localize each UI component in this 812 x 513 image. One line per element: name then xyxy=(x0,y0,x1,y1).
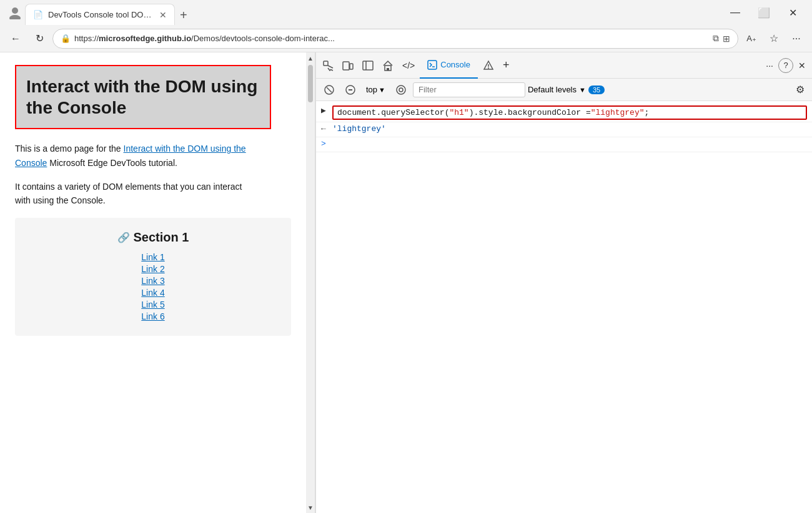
svg-line-13 xyxy=(327,87,332,92)
help-button[interactable]: ? xyxy=(778,58,793,73)
inspect-element-button[interactable] xyxy=(319,56,337,76)
page-scrollbar[interactable]: ▲ ▼ xyxy=(306,52,315,513)
page-paragraph-1: This is a demo page for the Interact wit… xyxy=(15,142,252,170)
close-devtools-button[interactable]: ✕ xyxy=(795,56,810,76)
active-tab[interactable]: 📄 DevTools Console tool DOM inte ✕ xyxy=(25,4,175,25)
p1-after: Microsoft Edge DevTools tutorial. xyxy=(47,158,177,168)
section-link-6[interactable]: Link 6 xyxy=(27,311,279,321)
tab-title: DevTools Console tool DOM inte xyxy=(48,10,152,19)
code-suffix: ; xyxy=(645,108,650,117)
tab-close-button[interactable]: ✕ xyxy=(159,10,167,20)
section-link-4[interactable]: Link 4 xyxy=(27,288,279,298)
svg-point-0 xyxy=(12,7,18,14)
code-arg1: "h1" xyxy=(449,108,468,117)
source-button[interactable]: </> xyxy=(399,56,418,76)
scroll-thumb[interactable] xyxy=(308,65,313,102)
code-arg2: "lightgrey" xyxy=(591,108,645,117)
console-tab[interactable]: Console xyxy=(420,52,478,79)
main-area: Interact with the DOM using the Console … xyxy=(0,52,812,513)
add-tool-button[interactable]: + xyxy=(499,56,513,76)
message-count-badge: 35 xyxy=(588,86,605,94)
nav-right-icons: A₊ ☆ ··· xyxy=(741,28,807,49)
scroll-down-arrow[interactable]: ▼ xyxy=(306,502,315,513)
output-prompt: ← xyxy=(321,124,329,134)
section-1-box: 🔗 Section 1 Link 1 Link 2 Link 3 Link 4 … xyxy=(15,218,291,336)
console-tab-label: Console xyxy=(440,60,470,69)
tab-bar: 📄 DevTools Console tool DOM inte ✕ + xyxy=(25,0,721,25)
home-button[interactable] xyxy=(379,56,397,76)
page-body: Interact with the DOM using the Console … xyxy=(0,52,306,354)
read-aloud-button[interactable]: A₊ xyxy=(741,28,762,49)
svg-rect-8 xyxy=(387,68,389,71)
p1-before: This is a demo page for the xyxy=(15,144,124,154)
address-bar[interactable]: 🔒 https://microsoftedge.github.io/Demos/… xyxy=(52,29,738,49)
code-middle: ).style.backgroundColor = xyxy=(469,108,591,117)
more-button[interactable]: ··· xyxy=(786,28,807,49)
log-levels-dropdown[interactable]: Default levels ▼ xyxy=(528,85,586,94)
devtools-panel: </> Console + ··· ? ✕ xyxy=(315,52,812,513)
profile-icon[interactable] xyxy=(5,2,25,22)
refresh-button[interactable]: ↻ xyxy=(29,28,50,49)
console-empty-prompt: > xyxy=(316,137,812,152)
svg-rect-3 xyxy=(343,62,349,70)
code-prefix: document.querySelector( xyxy=(337,108,449,117)
live-expression-button[interactable] xyxy=(392,82,410,98)
devtools-tab-bar: </> Console + ··· ? ✕ xyxy=(316,52,812,79)
log-levels-arrow: ▼ xyxy=(579,86,586,94)
minimize-button[interactable]: — xyxy=(721,2,750,22)
tab-page-icon: 📄 xyxy=(33,10,43,19)
title-bar: 📄 DevTools Console tool DOM inte ✕ + — ⬜… xyxy=(0,0,812,25)
url-path: /Demos/devtools-console-dom-interac... xyxy=(191,34,335,43)
browser-window: 📄 DevTools Console tool DOM inte ✕ + — ⬜… xyxy=(0,0,812,513)
console-output-line: ← 'lightgrey' xyxy=(316,122,812,137)
section-1-title-text: Section 1 xyxy=(134,230,189,245)
section-link-2[interactable]: Link 2 xyxy=(27,264,279,274)
page-content: Interact with the DOM using the Console … xyxy=(0,52,306,513)
svg-point-1 xyxy=(9,15,21,19)
cancel-icon-button[interactable] xyxy=(341,82,360,98)
back-button[interactable]: ← xyxy=(5,28,26,49)
svg-rect-4 xyxy=(350,64,353,69)
close-window-button[interactable]: ✕ xyxy=(778,2,807,22)
section-link-3[interactable]: Link 3 xyxy=(27,276,279,286)
context-dropdown-icon: ▼ xyxy=(379,86,385,94)
grid-icon[interactable]: ⊞ xyxy=(723,34,730,44)
console-result: 'lightgrey' xyxy=(332,124,386,134)
svg-point-11 xyxy=(488,67,489,69)
new-tab-button[interactable]: + xyxy=(175,6,192,25)
console-input-line: ▶ document.querySelector("h1").style.bac… xyxy=(316,104,812,122)
favorites-button[interactable]: ☆ xyxy=(763,28,785,49)
context-label: top xyxy=(366,85,377,94)
svg-rect-2 xyxy=(324,61,328,66)
context-selector[interactable]: top ▼ xyxy=(362,84,389,95)
log-levels-label: Default levels xyxy=(528,85,577,94)
page-paragraph-2: It contains a variety of DOM elements th… xyxy=(15,180,252,208)
empty-prompt-icon: > xyxy=(321,139,329,149)
issues-button[interactable] xyxy=(479,56,498,76)
section-link-5[interactable]: Link 5 xyxy=(27,300,279,310)
scroll-up-arrow[interactable]: ▲ xyxy=(306,52,315,64)
window-controls: — ⬜ ✕ xyxy=(721,2,807,22)
svg-point-16 xyxy=(397,86,405,94)
more-tools-button[interactable]: ··· xyxy=(762,56,777,76)
maximize-button[interactable]: ⬜ xyxy=(750,2,778,22)
console-settings-button[interactable]: ⚙ xyxy=(792,82,808,98)
split-screen-icon[interactable]: ⧉ xyxy=(713,33,719,44)
url-prefix: https:// xyxy=(74,34,99,43)
lock-icon: 🔒 xyxy=(61,34,71,43)
navigation-bar: ← ↻ 🔒 https://microsoftedge.github.io/De… xyxy=(0,25,812,52)
address-text: https://microsoftedge.github.io/Demos/de… xyxy=(74,34,709,43)
svg-rect-5 xyxy=(363,61,373,70)
input-prompt: ▶ xyxy=(321,105,329,115)
section-link-1[interactable]: Link 1 xyxy=(27,252,279,262)
sidebar-toggle-button[interactable] xyxy=(359,56,377,76)
clear-console-button[interactable] xyxy=(320,82,339,98)
svg-point-17 xyxy=(399,88,403,92)
page-section: Interact with the DOM using the Console … xyxy=(0,52,315,513)
chain-icon: 🔗 xyxy=(117,232,130,243)
page-heading: Interact with the DOM using the Console xyxy=(15,65,271,129)
console-toolbar: top ▼ Default levels ▼ 35 ⚙ xyxy=(316,79,812,101)
device-emulation-button[interactable] xyxy=(339,56,357,76)
section-1-title: 🔗 Section 1 xyxy=(27,230,279,245)
console-filter-input[interactable] xyxy=(413,82,525,97)
